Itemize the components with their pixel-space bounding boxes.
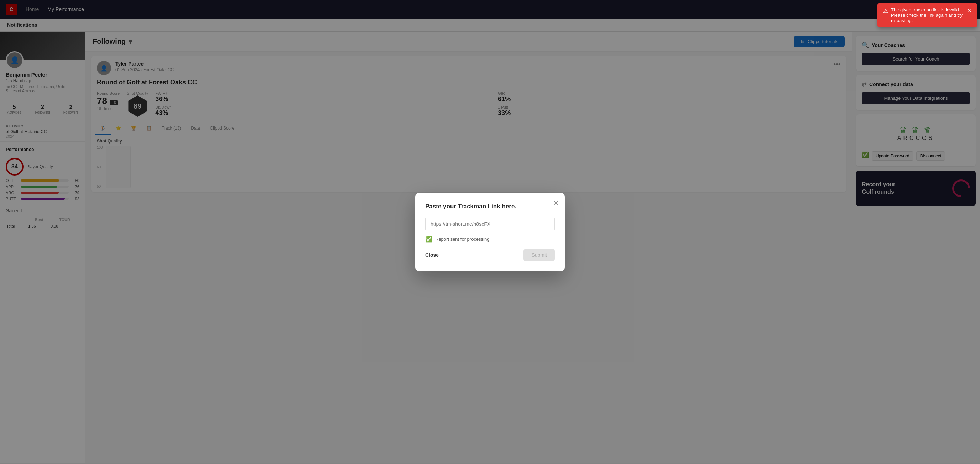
error-close-button[interactable]: ✕	[967, 7, 972, 14]
modal-overlay: ✕ Paste your Trackman Link here. ✅ Repor…	[0, 0, 980, 463]
modal-title: Paste your Trackman Link here.	[425, 203, 555, 210]
trackman-link-input[interactable]	[425, 216, 555, 232]
error-banner: ⚠ The given trackman link is invalid. Pl…	[877, 3, 977, 27]
modal-close-button[interactable]: Close	[425, 252, 439, 258]
success-text: Report sent for processing	[435, 237, 489, 242]
success-icon: ✅	[425, 236, 432, 243]
modal-submit-button[interactable]: Submit	[523, 249, 555, 261]
warning-icon: ⚠	[883, 8, 888, 14]
modal-close-x-button[interactable]: ✕	[553, 199, 559, 207]
modal-success-message: ✅ Report sent for processing	[425, 236, 555, 243]
error-message: The given trackman link is invalid. Plea…	[891, 7, 964, 23]
modal-footer: Close Submit	[425, 249, 555, 261]
trackman-modal: ✕ Paste your Trackman Link here. ✅ Repor…	[415, 193, 565, 271]
